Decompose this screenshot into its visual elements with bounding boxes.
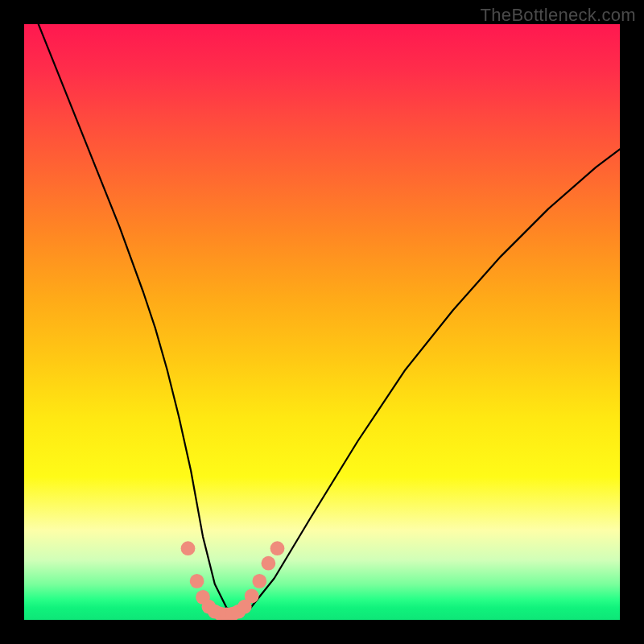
marker-dot xyxy=(270,541,285,555)
curve-layer xyxy=(24,24,620,614)
curve-bottleneck-curve xyxy=(24,24,620,614)
chart-frame: TheBottleneck.com xyxy=(0,0,644,644)
plot-area xyxy=(24,24,620,620)
marker-layer xyxy=(181,541,285,620)
marker-dot xyxy=(190,574,204,588)
marker-dot xyxy=(262,556,276,571)
marker-dot xyxy=(252,574,266,588)
marker-dot xyxy=(181,541,196,555)
watermark-text: TheBottleneck.com xyxy=(481,5,636,26)
chart-svg xyxy=(24,24,620,620)
marker-dot xyxy=(245,589,259,604)
